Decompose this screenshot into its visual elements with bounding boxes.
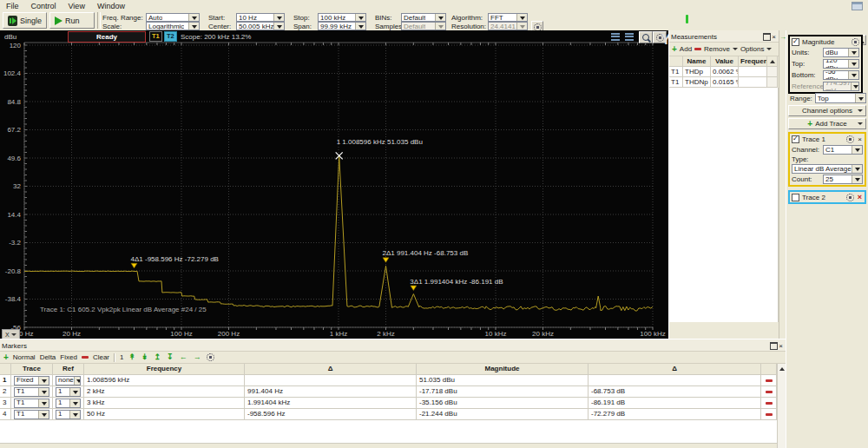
delete-marker-button[interactable] [761, 375, 777, 386]
peak-higher-icon[interactable]: ↥ [154, 353, 162, 361]
center-select[interactable]: 50.005 kHz [236, 22, 285, 30]
col-delta[interactable]: Δ [245, 364, 417, 375]
dropdown-arrow[interactable] [273, 23, 284, 30]
col-frequency[interactable]: Frequency [739, 56, 767, 67]
remove-trace2-icon[interactable]: × [857, 194, 863, 201]
channel-options-button[interactable]: Channel options [788, 105, 866, 116]
span-select[interactable]: 99.99 kHz [318, 22, 366, 30]
dropdown-arrow[interactable] [355, 14, 365, 21]
peak-max-icon[interactable]: ↟ [128, 353, 136, 361]
type-select[interactable]: Linear dB Average [792, 164, 863, 174]
run-button[interactable]: Run [49, 12, 95, 29]
clear-markers-button[interactable]: Clear [93, 353, 109, 361]
dropdown-arrow[interactable] [516, 14, 527, 21]
options-button[interactable]: Options [740, 45, 765, 53]
start-select[interactable]: 10 Hz [236, 13, 285, 22]
units-select[interactable]: dBu [823, 48, 859, 57]
marker-settings-icon[interactable] [207, 353, 214, 361]
col-ref[interactable]: Ref [53, 364, 84, 375]
marker-row[interactable]: 1 Fixed none 1.008596 kHz 51.035 dBu [0, 375, 777, 386]
add-delta-marker-button[interactable]: Delta [40, 353, 56, 361]
marker-trace-select[interactable]: T1 [14, 387, 49, 397]
add-fixed-marker-button[interactable]: Fixed [60, 353, 77, 361]
marker-triangle-icon[interactable] [383, 258, 389, 263]
scroll-up-icon[interactable] [779, 365, 785, 371]
col-frequency[interactable]: Frequency [84, 364, 245, 375]
bins-select[interactable]: Default [401, 13, 446, 22]
col-name[interactable]: Name [683, 56, 711, 67]
dropdown-arrow[interactable] [188, 23, 199, 30]
col-trace[interactable]: Trace [11, 364, 53, 375]
marker-index-field[interactable]: 1 [120, 353, 123, 361]
marker-trace-select[interactable]: T1 [14, 410, 49, 419]
close-icon[interactable]: × [778, 343, 784, 349]
menu-window[interactable]: Window [91, 2, 131, 10]
close-icon[interactable]: × [771, 34, 777, 40]
menu-file[interactable]: File [0, 2, 25, 10]
freq-range-select[interactable]: Auto [146, 13, 200, 22]
add-normal-marker-button[interactable]: Normal [13, 353, 36, 361]
peak-min-icon[interactable]: ↡ [141, 353, 149, 361]
channel-select[interactable]: C1 [823, 145, 863, 155]
gear-icon[interactable] [852, 38, 859, 46]
stop-select[interactable]: 100 kHz [318, 13, 366, 22]
add-trace-button[interactable]: + Add Trace [788, 118, 866, 129]
trace2-checkbox[interactable] [792, 194, 799, 201]
gear-icon[interactable] [846, 135, 854, 143]
trace1-checkbox[interactable] [792, 135, 799, 143]
spectrum-svg[interactable]: 120102.484.867.249.63214.4-3.2-20.8-38.4… [0, 30, 668, 339]
marker-row[interactable]: 4 T1 1 50 Hz -958.596 Hz -21.244 dBu -72… [0, 409, 777, 420]
marker-trace-select[interactable]: Fixed [14, 376, 49, 385]
marker-row[interactable]: 2 T1 1 2 kHz 991.404 Hz -17.718 dBu -68.… [0, 386, 777, 398]
marker-triangle-icon[interactable] [131, 263, 137, 268]
trace1-group: Trace 1 × Channel: C1 Type: Linear dB Av… [788, 132, 866, 187]
scale-select[interactable]: Logarithmic [146, 22, 200, 30]
peak-left-icon[interactable]: ← [179, 353, 188, 361]
single-button[interactable]: Single [3, 12, 47, 29]
float-panel-icon[interactable] [770, 342, 778, 350]
dropdown-arrow[interactable] [188, 14, 199, 21]
measurement-row[interactable]: T1 THDNp 0.0165 % [669, 77, 779, 88]
dropdown-arrow[interactable] [273, 14, 284, 21]
peak-lower-icon[interactable]: ↧ [166, 353, 174, 361]
marker-triangle-icon[interactable] [411, 286, 417, 291]
marker-row[interactable]: 3 T1 1 3 kHz 1.991404 kHz -35.156 dBu -8… [0, 398, 777, 409]
gear-icon[interactable] [846, 194, 854, 201]
remove-measurement-button[interactable]: Remove [704, 45, 730, 53]
marker-ref-select[interactable]: 1 [56, 410, 81, 419]
measurement-row[interactable]: T1 THDp 0.0062 % [669, 67, 779, 77]
top-select[interactable]: 120 dBu [823, 59, 859, 69]
col-magnitude[interactable]: Magnitude [417, 364, 589, 375]
marker-ref-select[interactable]: none [56, 376, 81, 385]
peak-right-icon[interactable]: → [193, 353, 202, 361]
markers-scrollbar[interactable] [777, 364, 786, 448]
bottom-select[interactable]: -56 dBu [823, 70, 859, 80]
list-icon[interactable] [625, 33, 634, 41]
col-value[interactable]: Value [711, 56, 739, 67]
tab-trace2[interactable]: T2 [164, 31, 177, 42]
chevron-down-icon[interactable] [733, 48, 738, 53]
tab-trace1[interactable]: T1 [149, 31, 162, 42]
algorithm-select[interactable]: FFT [488, 13, 528, 22]
zoom-button[interactable] [639, 31, 653, 43]
menu-view[interactable]: View [62, 2, 91, 10]
remove-trace1-icon[interactable]: × [857, 136, 863, 142]
legend-icon[interactable] [611, 33, 620, 41]
count-select[interactable]: 25 [823, 175, 863, 184]
range-select[interactable]: Top [815, 93, 866, 103]
menu-control[interactable]: Control [25, 2, 62, 10]
marker-ref-select[interactable]: 1 [56, 399, 81, 408]
delete-marker-button[interactable] [761, 398, 777, 409]
marker-ref-select[interactable]: 1 [56, 387, 81, 397]
delete-marker-button[interactable] [761, 409, 777, 420]
dropdown-arrow[interactable] [355, 23, 365, 30]
col-delta2[interactable]: Δ [589, 364, 761, 375]
chevron-down-icon[interactable] [766, 48, 772, 53]
dropdown-arrow[interactable] [435, 14, 445, 21]
magnitude-checkbox[interactable] [792, 38, 799, 46]
add-measurement-button[interactable]: Add [680, 45, 692, 53]
scroll-up-icon[interactable] [767, 56, 778, 67]
float-panel-icon[interactable] [763, 33, 771, 41]
marker-trace-select[interactable]: T1 [14, 399, 49, 408]
delete-marker-button[interactable] [761, 386, 777, 398]
